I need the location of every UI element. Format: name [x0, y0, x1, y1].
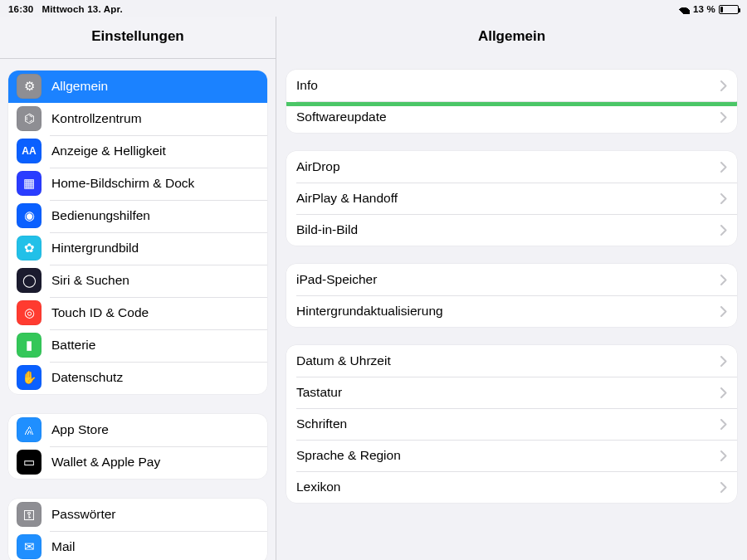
hand-icon: ✋	[17, 365, 42, 390]
chevron-right-icon	[720, 450, 727, 461]
detail-row-label: AirPlay & Handoff	[296, 191, 398, 206]
sidebar-item-label: Batterie	[51, 338, 95, 353]
sidebar-item-display[interactable]: AAAnzeige & Helligkeit	[8, 135, 267, 168]
detail-row-label: Sprache & Region	[296, 448, 401, 463]
wallet-icon: ▭	[17, 450, 42, 475]
sidebar-item-wallpaper[interactable]: ✿Hintergrundbild	[8, 232, 267, 265]
status-date: Mittwoch 13. Apr.	[42, 4, 123, 14]
detail-group: iPad-SpeicherHintergrundaktualisierung	[286, 264, 737, 327]
detail-row-bgrefresh[interactable]: Hintergrundaktualisierung	[286, 295, 737, 327]
sidebar-item-label: Hintergrundbild	[51, 241, 139, 256]
sidebar-item-label: Wallet & Apple Pay	[51, 455, 160, 470]
chevron-right-icon	[720, 112, 727, 123]
battery-percent: 13 %	[693, 4, 715, 14]
detail-row-airdrop[interactable]: AirDrop	[286, 151, 737, 183]
chevron-right-icon	[720, 306, 727, 317]
detail-row-keyboard[interactable]: Tastatur	[286, 377, 737, 408]
switches-icon: ⌬	[17, 106, 42, 131]
detail-row-label: Datum & Uhrzeit	[296, 353, 391, 368]
detail-row-label: Lexikon	[296, 480, 340, 494]
sidebar-item-label: Mail	[51, 539, 75, 554]
sidebar-item-label: Touch ID & Code	[51, 305, 149, 320]
chevron-right-icon	[720, 482, 727, 493]
detail-scroll[interactable]: InfoSoftwareupdateAirDropAirPlay & Hando…	[276, 55, 747, 538]
sidebar-item-label: App Store	[51, 422, 109, 437]
sidebar-item-battery[interactable]: ▮Batterie	[8, 329, 267, 362]
chevron-right-icon	[720, 225, 727, 236]
fingerprint-icon: ◎	[17, 300, 42, 325]
appstore-icon: ⩓	[17, 417, 42, 442]
chevron-right-icon	[720, 275, 727, 285]
detail-row-airplay[interactable]: AirPlay & Handoff	[286, 183, 737, 214]
detail-row-label: Schriften	[296, 416, 347, 431]
detail-row-label: AirDrop	[296, 159, 340, 174]
sidebar-item-label: Datenschutz	[51, 370, 123, 385]
text-size-icon: AA	[17, 139, 42, 163]
detail-pane: Allgemein InfoSoftwareupdateAirDropAirPl…	[276, 17, 747, 560]
detail-row-storage[interactable]: iPad-Speicher	[286, 264, 737, 295]
sidebar-title: Einstellungen	[0, 17, 276, 55]
sidebar-item-accessibility[interactable]: ◉Bedienungshilfen	[8, 200, 267, 232]
sidebar-item-label: Passwörter	[51, 507, 116, 522]
sidebar-scroll[interactable]: ⚙Allgemein⌬KontrollzentrumAAAnzeige & He…	[0, 59, 276, 560]
detail-row-language[interactable]: Sprache & Region	[286, 440, 737, 471]
detail-group: Datum & UhrzeitTastaturSchriftenSprache …	[286, 345, 737, 503]
mail-icon: ✉	[17, 534, 42, 559]
sidebar-item-label: Home-Bildschirm & Dock	[51, 176, 194, 191]
chevron-right-icon	[720, 419, 727, 430]
sidebar-item-label: Siri & Suchen	[51, 273, 129, 288]
sidebar-group: ⩓App Store▭Wallet & Apple Pay	[8, 414, 267, 479]
sidebar-item-general[interactable]: ⚙Allgemein	[8, 71, 267, 103]
sidebar-item-wallet[interactable]: ▭Wallet & Apple Pay	[8, 446, 267, 479]
gear-icon: ⚙	[17, 74, 42, 99]
flower-icon: ✿	[17, 236, 42, 261]
sidebar-item-mail[interactable]: ✉Mail	[8, 531, 267, 560]
battery-icon: ▮	[17, 333, 42, 358]
sidebar-item-appstore[interactable]: ⩓App Store	[8, 414, 267, 446]
detail-title: Allgemein	[276, 17, 747, 55]
sidebar-group: ⚙Allgemein⌬KontrollzentrumAAAnzeige & He…	[8, 71, 267, 394]
detail-row-datetime[interactable]: Datum & Uhrzeit	[286, 345, 737, 377]
detail-row-label: Bild-in-Bild	[296, 222, 358, 237]
sidebar: Einstellungen ⚙Allgemein⌬Kontrollzentrum…	[0, 17, 276, 560]
sidebar-item-privacy[interactable]: ✋Datenschutz	[8, 362, 267, 394]
detail-row-pip[interactable]: Bild-in-Bild	[286, 214, 737, 246]
sidebar-group: ⚿Passwörter✉Mail	[8, 499, 267, 560]
detail-group: InfoSoftwareupdate	[286, 70, 737, 133]
detail-group: AirDropAirPlay & HandoffBild-in-Bild	[286, 151, 737, 246]
status-time: 16:30	[8, 4, 33, 14]
chevron-right-icon	[720, 80, 727, 91]
screen: 16:30 Mittwoch 13. Apr. 13 % Einstellung…	[0, 0, 747, 560]
detail-row-softwareupdate[interactable]: Softwareupdate	[286, 101, 737, 133]
sidebar-item-label: Allgemein	[51, 79, 108, 94]
sidebar-item-label: Bedienungshilfen	[51, 208, 150, 223]
chevron-right-icon	[720, 356, 727, 367]
status-bar: 16:30 Mittwoch 13. Apr. 13 %	[0, 0, 747, 17]
key-icon: ⚿	[17, 502, 42, 527]
accessibility-icon: ◉	[17, 203, 42, 228]
sidebar-item-controlcenter[interactable]: ⌬Kontrollzentrum	[8, 103, 267, 135]
chevron-right-icon	[720, 387, 727, 398]
battery-icon	[719, 5, 739, 14]
sidebar-item-passwords[interactable]: ⚿Passwörter	[8, 499, 267, 531]
siri-icon: ◯	[17, 268, 42, 293]
detail-row-about[interactable]: Info	[286, 70, 737, 101]
detail-row-label: Softwareupdate	[296, 110, 387, 124]
sidebar-item-label: Kontrollzentrum	[51, 111, 142, 126]
detail-row-fonts[interactable]: Schriften	[286, 408, 737, 440]
detail-row-dict[interactable]: Lexikon	[286, 471, 737, 503]
detail-row-label: Tastatur	[296, 385, 342, 400]
sidebar-item-label: Anzeige & Helligkeit	[51, 144, 166, 158]
detail-row-label: iPad-Speicher	[296, 272, 377, 287]
chevron-right-icon	[720, 162, 727, 173]
sidebar-item-siri[interactable]: ◯Siri & Suchen	[8, 265, 267, 297]
sidebar-item-home[interactable]: ▦Home-Bildschirm & Dock	[8, 168, 267, 200]
detail-row-label: Hintergrundaktualisierung	[296, 304, 443, 319]
chevron-right-icon	[720, 193, 727, 204]
sidebar-item-touchid[interactable]: ◎Touch ID & Code	[8, 297, 267, 329]
detail-row-label: Info	[296, 78, 318, 93]
wifi-icon	[678, 5, 690, 14]
apps-grid-icon: ▦	[17, 171, 42, 196]
